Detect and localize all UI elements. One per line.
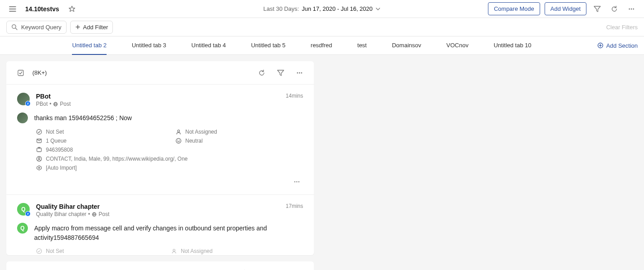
topbar-left: 14.10testvs	[6, 3, 78, 15]
svg-point-29	[179, 140, 180, 140]
svg-point-18	[299, 72, 300, 73]
feed-panel-2	[6, 261, 314, 270]
feed-card: Q Quality Bihar chapter Quality Bihar ch…	[6, 195, 314, 255]
globe-icon	[92, 212, 97, 217]
panel-chart-icon[interactable]	[274, 267, 287, 270]
tab-untitled-5[interactable]: Untitled tab 5	[251, 36, 286, 55]
feed-panel: (8K+) PBot	[6, 61, 314, 255]
svg-rect-15	[18, 70, 23, 76]
panel-more-icon[interactable]	[293, 67, 306, 79]
meta-status[interactable]: Not Set	[36, 248, 171, 254]
panel-refresh-icon[interactable]	[255, 67, 268, 79]
svg-point-34	[39, 167, 40, 169]
svg-point-42	[173, 249, 175, 252]
panel-more-icon[interactable]	[293, 267, 306, 270]
globe-icon	[53, 102, 58, 107]
star-icon[interactable]	[66, 3, 78, 15]
card-body: thanks man 1594694652256 ; Now	[34, 112, 132, 123]
add-filter-button[interactable]: Add Filter	[70, 21, 113, 34]
svg-point-37	[298, 181, 300, 183]
tabs: Untitled tab 2 Untitled tab 3 Untitled t…	[6, 36, 597, 55]
svg-point-28	[178, 140, 178, 140]
author-avatar[interactable]	[17, 93, 30, 105]
tab-untitled-2[interactable]: Untitled tab 2	[72, 36, 107, 55]
tab-resdfred[interactable]: resdfred	[311, 36, 332, 55]
panel-refresh-icon[interactable]	[237, 267, 249, 270]
topbar-right: Compare Mode Add Widget	[488, 2, 638, 15]
svg-point-26	[176, 139, 181, 144]
topbar: 14.10testvs Last 30 Days: Jun 17, 2020 -…	[0, 0, 644, 18]
tab-domainsov[interactable]: Domainsov	[392, 36, 421, 55]
meta-queue[interactable]: 1 Queue	[36, 138, 171, 144]
card-meta-truncated: Not Set Not Assigned	[17, 248, 303, 254]
tab-untitled-3[interactable]: Untitled tab 3	[132, 36, 166, 55]
panel-filter-icon[interactable]	[274, 67, 287, 79]
svg-point-6	[631, 8, 632, 9]
svg-line-9	[15, 28, 17, 30]
card-time: 17mins	[286, 203, 303, 209]
panel-filter-icon[interactable]	[255, 267, 268, 270]
svg-marker-4	[594, 6, 600, 12]
card-meta: Not Set Not Assigned 1 Queue Neutral 946…	[17, 129, 303, 171]
meta-status[interactable]: Not Set	[36, 129, 171, 135]
facebook-badge-icon	[25, 211, 31, 216]
date-range-picker[interactable]: Last 30 Days: Jun 17, 2020 - Jul 16, 202…	[263, 5, 380, 12]
add-widget-button[interactable]: Add Widget	[545, 2, 586, 15]
filter-icon[interactable]	[591, 3, 604, 15]
meta-sentiment[interactable]: Neutral	[175, 138, 303, 144]
svg-marker-16	[277, 70, 284, 76]
card-author[interactable]: Quality Bihar chapter	[36, 203, 279, 210]
add-section-button[interactable]: Add Section	[597, 42, 638, 49]
secondary-avatar	[17, 112, 28, 123]
card-more-icon[interactable]	[291, 176, 303, 188]
tabsbar: Untitled tab 2 Untitled tab 3 Untitled t…	[0, 36, 644, 55]
meta-source[interactable]: [Auto Import]	[36, 165, 303, 171]
author-avatar[interactable]: Q	[17, 203, 30, 216]
keyword-query-input[interactable]: Keyword Query	[6, 21, 67, 34]
search-icon	[11, 24, 18, 30]
add-filter-label: Add Filter	[83, 24, 108, 31]
date-range-value: Jun 17, 2020 - Jul 16, 2020	[302, 5, 373, 12]
svg-point-23	[37, 130, 42, 135]
tab-untitled-10[interactable]: Untitled tab 10	[494, 36, 532, 55]
select-all-checkbox[interactable]	[14, 67, 27, 79]
tab-test[interactable]: test	[358, 36, 367, 55]
svg-point-33	[38, 158, 40, 159]
svg-point-36	[296, 181, 298, 183]
meta-contact[interactable]: CONTACT, India, Male, 99, https://www.wi…	[36, 156, 303, 162]
card-time: 14mins	[286, 93, 303, 99]
page-title: 14.10testvs	[25, 5, 59, 13]
compare-mode-button[interactable]: Compare Mode	[488, 2, 540, 15]
panel-header: (8K+)	[6, 61, 314, 85]
date-range-label: Last 30 Days:	[263, 5, 299, 12]
meta-assigned[interactable]: Not Assigned	[175, 129, 303, 135]
filterbar: Keyword Query Add Filter Clear Filters	[0, 18, 644, 36]
hamburger-menu-icon[interactable]	[6, 3, 19, 15]
more-icon[interactable]	[625, 3, 638, 15]
content-area: (8K+) PBot	[0, 55, 644, 270]
panel-count: (8K+)	[32, 69, 47, 76]
refresh-icon[interactable]	[608, 3, 621, 15]
facebook-badge-icon	[25, 101, 31, 106]
chevron-down-icon	[376, 6, 381, 12]
panel-header	[6, 261, 314, 270]
feed-card: PBot PBot • Post 14mins thanks man 15946…	[6, 85, 314, 195]
meta-case-id[interactable]: 946395808	[36, 147, 303, 153]
card-sub-author: Quality Bihar chapter	[36, 211, 86, 217]
add-section-label: Add Section	[606, 42, 638, 49]
secondary-avatar: Q	[17, 223, 28, 234]
card-sub-author: PBot	[36, 101, 48, 107]
plus-circle-icon	[597, 42, 604, 49]
clear-filters-button[interactable]: Clear Filters	[606, 24, 638, 31]
meta-assigned[interactable]: Not Assigned	[171, 248, 303, 254]
svg-point-24	[178, 130, 180, 132]
tab-vocnov[interactable]: VOCnov	[447, 36, 469, 55]
plus-icon	[75, 24, 80, 30]
card-sub-type: Post	[98, 211, 109, 217]
keyword-query-placeholder: Keyword Query	[21, 24, 62, 31]
card-body: Apply macro from message cell and verify…	[34, 223, 303, 243]
tab-untitled-4[interactable]: Untitled tab 4	[192, 36, 226, 55]
card-author[interactable]: PBot	[36, 93, 279, 100]
svg-point-19	[301, 72, 302, 73]
svg-point-5	[629, 8, 630, 9]
